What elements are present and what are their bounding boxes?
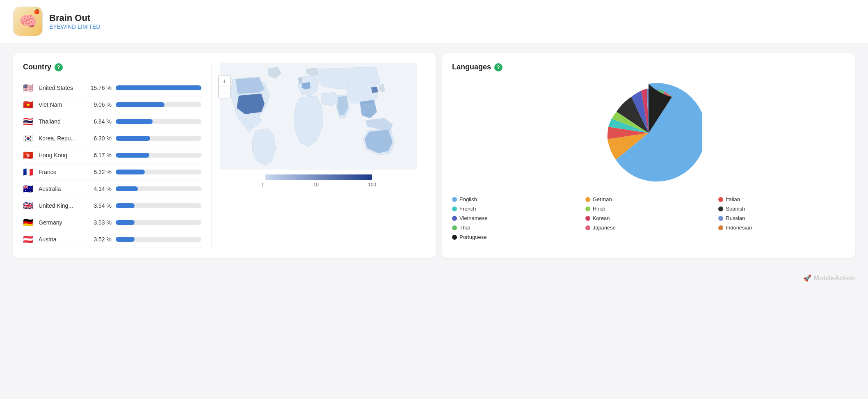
country-flag: 🇹🇭 <box>23 117 34 126</box>
country-row: 🇬🇧 United King... 3.54 % <box>23 197 201 214</box>
country-bar-fill <box>116 220 135 225</box>
country-flag: 🇫🇷 <box>23 168 34 176</box>
country-flag: 🇰🇷 <box>23 134 34 142</box>
footer: 🚀 MobileAction <box>0 268 868 289</box>
zoom-in-button[interactable]: + <box>219 76 230 87</box>
country-pct: 15.76 % <box>88 85 112 91</box>
legend-dot <box>718 216 723 221</box>
country-bar-container <box>116 186 201 191</box>
map-section: + - <box>212 63 426 248</box>
country-pct: 9.06 % <box>88 101 112 108</box>
legend-label: Russian <box>726 215 745 221</box>
country-flag: 🇩🇪 <box>23 218 34 227</box>
legend-label: Spanish <box>726 206 745 212</box>
country-bar-container <box>116 170 201 174</box>
country-row: 🇰🇷 Korea, Repu... 6.30 % <box>23 130 201 147</box>
country-name: France <box>39 169 84 175</box>
legend-item: French <box>452 206 579 212</box>
main-content: Country ? 🇺🇸 United States 15.76 % 🇻🇳 Vi… <box>0 43 868 268</box>
country-pct: 4.14 % <box>88 186 112 192</box>
country-bar-container <box>116 203 201 208</box>
map-controls: + - <box>218 75 231 99</box>
legend-label: Korean <box>593 215 610 221</box>
country-bar-fill <box>116 153 149 158</box>
legend-dot <box>452 225 457 230</box>
legend-label: Indonesian <box>726 225 752 231</box>
left-panel: Country ? 🇺🇸 United States 15.76 % 🇻🇳 Vi… <box>13 53 436 258</box>
legend-item: Russian <box>718 215 845 221</box>
country-pct: 3.54 % <box>88 202 112 209</box>
legend-dot <box>718 206 723 211</box>
header: 🧠 🍎 Brain Out EYEWIND LIMITED <box>0 0 868 43</box>
country-name: Viet Nam <box>39 101 84 108</box>
legend-item: Vietnamese <box>452 215 579 221</box>
country-row: 🇫🇷 France 5.32 % <box>23 164 201 181</box>
country-bar-container <box>116 102 201 107</box>
country-bar-container <box>116 220 201 225</box>
legend-dot <box>452 206 457 211</box>
legend-dot <box>585 206 590 211</box>
pie-chart <box>595 80 702 186</box>
legend-dot <box>585 225 590 230</box>
legend-item: German <box>585 196 712 202</box>
right-panel: Languages ? <box>442 53 855 258</box>
country-row: 🇦🇺 Australia 4.14 % <box>23 181 201 197</box>
legend-dot <box>718 197 723 202</box>
country-flag: 🇺🇸 <box>23 84 34 92</box>
app-name: Brain Out <box>49 13 100 23</box>
country-bar-fill <box>116 186 138 191</box>
legend-dot <box>585 216 590 221</box>
country-name: United King... <box>39 202 84 209</box>
world-map <box>220 63 417 170</box>
country-row: 🇺🇸 United States 15.76 % <box>23 80 201 96</box>
map-legend: 1 10 100 <box>261 174 376 188</box>
legend-item: Indonesian <box>718 225 845 231</box>
legend-label: French <box>459 206 476 212</box>
country-flag: 🇦🇹 <box>23 235 34 243</box>
country-bar-container <box>116 136 201 141</box>
country-bar-fill <box>116 85 201 90</box>
country-name: Germany <box>39 219 84 226</box>
languages-help-icon[interactable]: ? <box>494 63 503 71</box>
country-bar-fill <box>116 136 150 141</box>
country-bar-container <box>116 85 201 90</box>
country-bar-container <box>116 153 201 158</box>
legend-label: Thai <box>459 225 470 231</box>
country-bar-container <box>116 237 201 242</box>
country-bar-fill <box>116 119 153 124</box>
legend-label: Vietnamese <box>459 215 487 221</box>
country-bar-fill <box>116 203 135 208</box>
country-flag: 🇻🇳 <box>23 101 34 109</box>
legend-label: Japanese <box>593 225 616 231</box>
country-bar-fill <box>116 237 135 242</box>
country-section: Country ? 🇺🇸 United States 15.76 % 🇻🇳 Vi… <box>23 63 212 248</box>
country-row: 🇹🇭 Thailand 6.84 % <box>23 113 201 130</box>
zoom-out-button[interactable]: - <box>219 87 230 99</box>
language-legend: English German Italian French Hindi Span… <box>452 196 845 240</box>
country-help-icon[interactable]: ? <box>55 63 63 71</box>
country-pct: 5.32 % <box>88 169 112 175</box>
country-bar-fill <box>116 170 145 174</box>
country-row: 🇭🇰 Hong Kong 6.17 % <box>23 147 201 164</box>
legend-label: German <box>593 196 612 202</box>
legend-item: Spanish <box>718 206 845 212</box>
legend-dot <box>585 197 590 202</box>
legend-dot <box>452 216 457 221</box>
app-developer: EYEWIND LIMITED <box>49 23 100 30</box>
legend-label: Hindi <box>593 206 605 212</box>
country-section-title: Country ? <box>23 63 201 71</box>
legend-label: Italian <box>726 196 740 202</box>
country-flag: 🇬🇧 <box>23 202 34 210</box>
legend-dot <box>452 235 457 240</box>
app-icon: 🧠 🍎 <box>13 7 43 36</box>
country-flag: 🇦🇺 <box>23 185 34 193</box>
country-pct: 3.53 % <box>88 219 112 226</box>
legend-item: Thai <box>452 225 579 231</box>
country-row: 🇻🇳 Viet Nam 9.06 % <box>23 96 201 113</box>
legend-item: Portuguese <box>452 234 579 240</box>
app-info: Brain Out EYEWIND LIMITED <box>49 13 100 30</box>
country-list: 🇺🇸 United States 15.76 % 🇻🇳 Viet Nam 9.0… <box>23 80 201 248</box>
country-pct: 6.17 % <box>88 152 112 158</box>
country-name: Hong Kong <box>39 152 84 158</box>
country-pct: 6.30 % <box>88 135 112 142</box>
